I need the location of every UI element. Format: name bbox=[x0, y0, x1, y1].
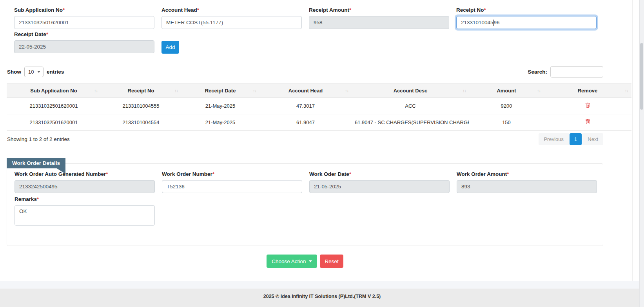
caret-down-icon bbox=[309, 260, 312, 262]
receipt-date-input bbox=[14, 40, 154, 53]
sort-icon: ↑↓ bbox=[625, 88, 628, 93]
account-head-label: Account Head* bbox=[161, 7, 302, 13]
cell-sub-application-no: 21331032501620001 bbox=[7, 114, 101, 131]
add-button-cell: Add bbox=[161, 31, 302, 54]
field-receipt-no: Receipt No* 2133101004596 bbox=[456, 7, 597, 29]
required-marker: * bbox=[106, 171, 108, 177]
account-head-input[interactable] bbox=[161, 16, 302, 29]
column-header-account-head[interactable]: Account Head↑↓ bbox=[259, 83, 352, 98]
cell-account-head: 61.9047 bbox=[259, 114, 352, 131]
footer-text: 2025 © Idea Infinity IT Solutions (P)Ltd… bbox=[263, 294, 381, 299]
choose-action-button[interactable]: Choose Action bbox=[267, 255, 317, 268]
required-marker: * bbox=[63, 7, 65, 13]
search-control: Search: bbox=[528, 66, 603, 78]
search-input[interactable] bbox=[550, 66, 603, 78]
required-marker: * bbox=[37, 196, 39, 202]
scrollbar-thumb[interactable] bbox=[640, 43, 643, 110]
table-row: 21331032501620001 2133101004554 21-May-2… bbox=[7, 114, 631, 131]
cell-amount: 9200 bbox=[469, 98, 544, 114]
sort-icon: ↑↓ bbox=[253, 88, 256, 93]
datatable-controls: Show 10 entries Search: bbox=[7, 66, 603, 78]
receipt-amount-input bbox=[309, 16, 449, 29]
trash-icon bbox=[585, 119, 590, 125]
column-header-receipt-date[interactable]: Receipt Date↑↓ bbox=[181, 83, 259, 98]
chevron-down-icon bbox=[37, 71, 40, 73]
required-marker: * bbox=[507, 171, 509, 177]
cell-remove bbox=[544, 98, 631, 114]
remarks-textarea[interactable]: OK bbox=[15, 205, 155, 226]
wo-amount-label: Work Order Amount* bbox=[457, 171, 597, 177]
cell-receipt-date: 21-May-2025 bbox=[181, 98, 259, 114]
field-wo-auto-number: Work Order Auto Generated Number* bbox=[15, 171, 155, 193]
field-remarks: Remarks* OK bbox=[15, 196, 603, 227]
page-length-value: 10 bbox=[28, 69, 34, 75]
receipt-no-input[interactable]: 2133101004596 bbox=[456, 16, 597, 29]
page-length-control: Show 10 entries bbox=[7, 67, 64, 77]
required-marker: * bbox=[484, 7, 486, 13]
receipt-date-label: Receipt Date* bbox=[14, 31, 154, 37]
sort-icon: ↑↓ bbox=[94, 88, 98, 93]
wo-number-input[interactable] bbox=[162, 180, 302, 193]
column-header-sub-application-no[interactable]: Sub Application No↑↓ bbox=[7, 83, 101, 98]
vertical-scrollbar[interactable] bbox=[639, 0, 644, 307]
required-marker: * bbox=[349, 7, 351, 13]
content-card: Sub Application No* Account Head* Receip… bbox=[4, 0, 633, 281]
wo-auto-number-label: Work Order Auto Generated Number* bbox=[15, 171, 155, 177]
receipt-no-label: Receipt No* bbox=[456, 7, 597, 13]
action-buttons: Choose Action Reset bbox=[7, 255, 603, 268]
pagination-page-1-button[interactable]: 1 bbox=[570, 133, 582, 145]
pagination-next-button[interactable]: Next bbox=[582, 133, 603, 145]
sort-icon: ↑↓ bbox=[463, 88, 466, 93]
required-marker: * bbox=[349, 171, 351, 177]
delete-row-button[interactable] bbox=[584, 118, 592, 126]
trash-icon bbox=[585, 103, 590, 108]
remarks-label: Remarks* bbox=[15, 196, 603, 202]
field-wo-amount: Work Order Amount* bbox=[457, 171, 597, 193]
column-header-receipt-no[interactable]: Receipt No↑↓ bbox=[101, 83, 181, 98]
sub-application-no-label: Sub Application No* bbox=[14, 7, 154, 13]
cell-account-head: 47.3017 bbox=[259, 98, 352, 114]
show-label: Show bbox=[7, 69, 21, 75]
field-account-head: Account Head* bbox=[161, 7, 302, 29]
receipt-form-row-1: Sub Application No* Account Head* Receip… bbox=[14, 7, 597, 29]
work-order-panel: Work Order Auto Generated Number* Work O… bbox=[7, 163, 603, 246]
receipt-form-row-2: Receipt Date* Add bbox=[14, 31, 597, 54]
column-header-account-desc[interactable]: Account Desc↑↓ bbox=[352, 83, 469, 98]
search-label: Search: bbox=[528, 69, 547, 75]
field-sub-application-no: Sub Application No* bbox=[14, 7, 154, 29]
sub-application-no-input[interactable] bbox=[14, 16, 154, 29]
required-marker: * bbox=[46, 31, 48, 37]
page-length-select[interactable]: 10 bbox=[24, 67, 44, 77]
pagination-previous-button[interactable]: Previous bbox=[539, 133, 569, 145]
table-header-row: Sub Application No↑↓ Receipt No↑↓ Receip… bbox=[7, 83, 631, 98]
cell-account-desc: 61.9047 - SC CHARGES(SUPERVISION CHARGES… bbox=[352, 114, 469, 131]
sort-icon: ↑↓ bbox=[174, 88, 178, 93]
table-row: 21331032501620001 2133101004555 21-May-2… bbox=[7, 98, 631, 114]
receipt-amount-label: Receipt Amount* bbox=[309, 7, 449, 13]
add-button[interactable]: Add bbox=[161, 41, 179, 54]
delete-row-button[interactable] bbox=[584, 102, 592, 110]
field-receipt-date: Receipt Date* bbox=[14, 31, 154, 54]
receipt-no-text-after: 96 bbox=[494, 20, 500, 25]
receipt-no-text-before: 21331010045 bbox=[461, 20, 493, 25]
reset-button[interactable]: Reset bbox=[320, 255, 343, 268]
required-marker: * bbox=[197, 7, 199, 13]
sort-icon: ↑↓ bbox=[537, 88, 541, 93]
wo-auto-number-input bbox=[15, 180, 155, 193]
column-header-remove[interactable]: Remove↑↓ bbox=[544, 83, 631, 98]
cell-account-desc: ACC bbox=[352, 98, 469, 114]
wo-amount-input bbox=[457, 180, 597, 193]
cell-sub-application-no: 21331032501620001 bbox=[7, 98, 101, 114]
work-order-details-tab: Work Order Details bbox=[7, 158, 65, 168]
sort-icon: ↑↓ bbox=[345, 88, 348, 93]
datatable-footer: Showing 1 to 2 of 2 entries Previous 1 N… bbox=[7, 133, 603, 145]
field-wo-date: Work Oder Date* bbox=[309, 171, 450, 193]
work-order-row-1: Work Order Auto Generated Number* Work O… bbox=[15, 171, 598, 193]
required-marker: * bbox=[212, 171, 214, 177]
page-footer: 2025 © Idea Infinity IT Solutions (P)Ltd… bbox=[0, 289, 644, 307]
cell-amount: 150 bbox=[469, 114, 544, 131]
field-receipt-amount: Receipt Amount* bbox=[309, 7, 449, 29]
wo-date-input bbox=[309, 180, 450, 193]
column-header-amount[interactable]: Amount↑↓ bbox=[469, 83, 544, 98]
field-wo-number: Work Order Number* bbox=[162, 171, 302, 193]
